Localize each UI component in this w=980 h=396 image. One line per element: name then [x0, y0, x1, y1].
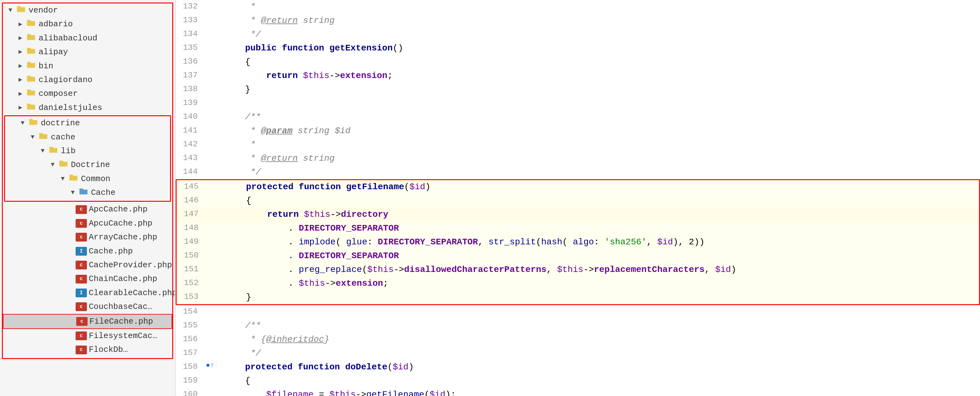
tree-item-apccache[interactable]: ▶ c ApcCache.php — [3, 203, 172, 216]
tree-item-clagiordano[interactable]: ▶ clagiordano — [3, 73, 172, 87]
tree-item-couchbasecache[interactable]: ▶ c CouchbaseCac… — [3, 300, 172, 314]
line-number: 156 — [176, 333, 204, 345]
highlighted-function-block: 145 protected function getFilename($id) … — [176, 179, 980, 305]
code-line-159: 159 { — [176, 374, 980, 388]
tree-item-vendor[interactable]: ▼ vendor — [3, 3, 172, 17]
code-line-142: 142 * — [176, 138, 980, 152]
expand-arrow: ▼ — [68, 188, 78, 197]
tree-item-doctrine[interactable]: ▼ doctrine — [5, 116, 170, 130]
tree-item-arraycache[interactable]: ▶ c ArrayCache.php — [3, 230, 172, 244]
line-number: 160 — [176, 388, 204, 396]
expand-arrow: ▶ — [15, 62, 25, 70]
line-number: 133 — [176, 14, 204, 26]
line-code: return $this->directory — [217, 208, 979, 221]
tree-item-label: ApcCache.php — [89, 204, 148, 215]
code-editor: 132 * 133 * @return string 134 */ 135 pu… — [176, 0, 980, 396]
line-code: { — [216, 374, 980, 388]
folder-icon — [25, 74, 37, 86]
line-code: * @param string $id — [216, 124, 980, 138]
code-line-143: 143 * @return string — [176, 152, 980, 165]
tree-item-cache-folder[interactable]: ▼ Cache — [5, 186, 170, 200]
tree-item-label: Common — [81, 173, 110, 185]
line-code: { — [217, 194, 979, 208]
line-code: } — [217, 290, 979, 304]
code-line-154: 154 — [176, 305, 980, 319]
tree-item-label: ArrayCache.php — [89, 231, 157, 243]
line-number: 137 — [176, 69, 204, 81]
line-code: */ — [216, 347, 980, 360]
tree-item-cache-php[interactable]: ▶ I Cache.php — [3, 244, 172, 258]
tree-item-filesystemcache[interactable]: ▶ c FilesystemCac… — [3, 329, 172, 343]
code-line-155: 155 /** — [176, 319, 980, 333]
tree-item-label: Cache — [91, 187, 115, 198]
line-code: * {@inheritdoc} — [216, 333, 980, 346]
tree-item-label: bin — [38, 60, 53, 72]
expand-arrow: ▼ — [18, 119, 28, 128]
tree-item-alibabacloud[interactable]: ▶ alibabacloud — [3, 31, 172, 45]
code-line-146: 146 { — [177, 194, 979, 208]
folder-icon — [25, 88, 37, 99]
file-icon-c: c — [76, 303, 87, 311]
expand-arrow: ▼ — [28, 133, 38, 142]
code-line-158: 158 ●↑ protected function doDelete($id) — [176, 360, 980, 374]
code-line-134: 134 */ — [176, 28, 980, 41]
tree-item-cache[interactable]: ▼ cache — [5, 130, 170, 144]
tree-item-bin[interactable]: ▶ bin — [3, 59, 172, 73]
tree-item-danielstjules[interactable]: ▶ danielstjules — [3, 101, 172, 115]
folder-icon — [25, 19, 37, 30]
line-number: 144 — [176, 165, 204, 178]
tree-item-composer[interactable]: ▶ composer — [3, 87, 172, 101]
line-number: 143 — [176, 152, 204, 164]
file-icon-c: c — [76, 345, 87, 354]
tree-item-label: FlockDb… — [89, 344, 128, 355]
code-line-150: 150 . DIRECTORY_SEPARATOR — [177, 249, 979, 263]
folder-icon — [38, 131, 49, 143]
code-content: 132 * 133 * @return string 134 */ 135 pu… — [176, 0, 980, 396]
line-code: } — [216, 83, 980, 96]
vendor-section: ▼ vendor ▶ adbario ▶ alibabacloud — [0, 3, 175, 359]
expand-arrow: ▶ — [15, 48, 25, 56]
tree-item-common[interactable]: ▼ Common — [5, 172, 170, 186]
file-icon-c: c — [76, 205, 87, 214]
line-number: 135 — [176, 41, 204, 54]
line-number: 140 — [176, 110, 204, 123]
doctrine-section: ▼ doctrine ▼ cache ▼ — [4, 115, 171, 202]
tree-item-alipay[interactable]: ▶ alipay — [3, 45, 172, 59]
code-line-153: 153 } — [177, 290, 979, 304]
tree-item-apcucache[interactable]: ▶ c ApcuCache.php — [3, 217, 172, 230]
tree-item-lib[interactable]: ▼ lib — [5, 144, 170, 158]
tree-item-adbario[interactable]: ▶ adbario — [3, 17, 172, 31]
tree-item-label: danielstjules — [38, 102, 102, 113]
tree-item-filecache[interactable]: ▶ c FileCache.php — [3, 314, 172, 329]
line-code: { — [216, 55, 980, 69]
code-line-133: 133 * @return string — [176, 14, 980, 28]
tree-item-cacheprovider[interactable]: ▶ c CacheProvider.php — [3, 258, 172, 272]
code-line-156: 156 * {@inheritdoc} — [176, 333, 980, 347]
code-line-140: 140 /** — [176, 110, 980, 124]
file-tree[interactable]: ▼ vendor ▶ adbario ▶ alibabacloud — [0, 0, 176, 396]
file-icon-c: c — [76, 219, 87, 228]
folder-icon — [58, 159, 69, 170]
line-number: 154 — [176, 305, 204, 318]
code-line-145: 145 protected function getFilename($id) — [177, 180, 979, 194]
line-number: 149 — [177, 235, 205, 248]
line-code: . $this->extension; — [217, 277, 979, 290]
tree-item-label: alibabacloud — [38, 33, 97, 44]
tree-item-chaincache[interactable]: ▶ c ChainCache.php — [3, 272, 172, 286]
tree-item-label: FileCache.php — [89, 316, 153, 327]
tree-item-flockdb[interactable]: ▶ c FlockDb… — [3, 343, 172, 356]
code-line-136: 136 { — [176, 55, 980, 69]
tree-item-clearablecache[interactable]: ▶ I ClearableCache.php — [3, 286, 172, 300]
expand-arrow: ▶ — [15, 90, 25, 98]
line-code: . preg_replace($this->disallowedCharacte… — [217, 263, 979, 276]
tree-item-label: Cache.php — [89, 246, 133, 257]
line-number: 141 — [176, 124, 204, 136]
code-line-151: 151 . preg_replace($this->disallowedChar… — [177, 263, 979, 277]
tree-item-doctrine-folder[interactable]: ▼ Doctrine — [5, 158, 170, 172]
line-number: 153 — [177, 290, 205, 303]
file-icon-c: c — [76, 261, 87, 269]
tree-item-label: composer — [38, 88, 78, 99]
file-icon-c: c — [76, 317, 88, 326]
line-code: . implode( glue: DIRECTORY_SEPARATOR, st… — [217, 235, 979, 249]
tree-item-label: Doctrine — [71, 159, 110, 170]
